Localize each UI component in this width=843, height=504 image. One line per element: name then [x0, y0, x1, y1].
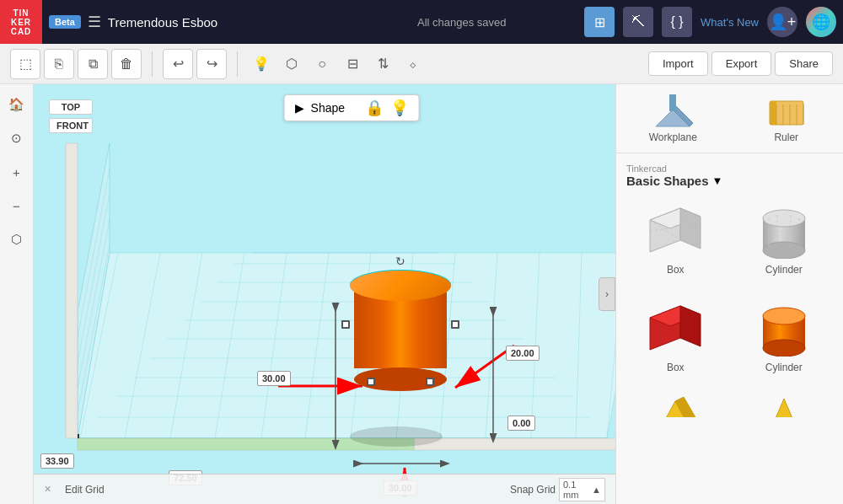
dim-label-side: 33.90 — [40, 453, 74, 469]
shape-panel-arrow[interactable]: ▶ — [295, 101, 304, 115]
svg-line-25 — [576, 253, 582, 438]
svg-line-28 — [78, 169, 110, 337]
align-button[interactable]: ⬦ — [400, 51, 427, 78]
zoom-out-button[interactable]: − — [3, 192, 30, 219]
share-button[interactable]: Share — [775, 51, 833, 76]
svg-rect-1 — [34, 84, 615, 504]
cyl-orange-preview — [750, 299, 818, 357]
copy-button[interactable]: ⎘ — [44, 49, 74, 79]
lock-icon[interactable]: 🔒 — [365, 99, 384, 117]
right-panel: Workplane Ruler — [615, 84, 843, 504]
circle-tool-button[interactable]: ○ — [309, 51, 336, 78]
dim-label-z: 0.00 — [507, 416, 535, 431]
delete-button[interactable]: 🗑 — [111, 49, 142, 79]
library-category: Tinkercad — [626, 164, 722, 174]
snap-grid-label: Snap Grid — [510, 484, 556, 496]
side-expand-arrow[interactable]: › — [599, 277, 615, 311]
duplicate-button[interactable]: ⧉ — [78, 49, 108, 79]
import-button[interactable]: Import — [648, 51, 708, 76]
handle-bottom-left[interactable] — [367, 378, 375, 386]
svg-line-19 — [305, 253, 329, 438]
view-tools: 💡 ⬡ ○ ⊟ ⇅ ⬦ — [248, 51, 427, 78]
shape-item-cone[interactable] — [735, 390, 834, 424]
logo-text: CAD — [11, 27, 32, 36]
main-area: 🏠 ⊙ + − ⬡ — [0, 84, 843, 504]
edit-grid-button[interactable]: Edit Grid — [65, 484, 105, 496]
code-view-button[interactable]: { } — [662, 7, 692, 37]
dim-label-width: 30.00 — [257, 371, 291, 386]
separator-2 — [237, 51, 238, 77]
shape-panel-label: Shape — [311, 101, 345, 115]
shape-item-box-gray[interactable]: Box — [626, 195, 725, 282]
svg-line-31 — [78, 244, 110, 413]
viewport[interactable]: TOP FRONT ▶ Shape 🔒 💡 ↻ — [34, 84, 615, 504]
toolbar: ⬚ ⎘ ⧉ 🗑 ↩ ↪ 💡 ⬡ ○ ⊟ ⇅ ⬦ Import Export Sh… — [0, 44, 843, 84]
shape-tool-button[interactable]: ⬡ — [278, 51, 305, 78]
svg-marker-70 — [680, 306, 701, 346]
svg-rect-35 — [78, 434, 79, 438]
svg-point-72 — [763, 308, 805, 324]
header: TIN KER CAD Beta ☰ Tremendous Esboo All … — [0, 0, 843, 44]
svg-marker-27 — [78, 143, 110, 438]
undo-button[interactable]: ↩ — [163, 49, 193, 79]
svg-rect-49 — [770, 101, 776, 125]
svg-rect-47 — [669, 94, 676, 111]
lightbulb-icon[interactable]: 💡 — [390, 99, 409, 117]
cone-preview — [750, 397, 818, 417]
shape-item-pyramid[interactable] — [626, 390, 725, 424]
right-tabs: Workplane Ruler — [616, 84, 843, 153]
svg-rect-33 — [78, 438, 615, 450]
view-cube-button[interactable]: ⬡ — [3, 226, 30, 253]
redo-button[interactable]: ↪ — [196, 49, 227, 79]
svg-line-30 — [78, 219, 110, 388]
grid-background — [34, 84, 615, 504]
svg-line-23 — [486, 253, 497, 438]
shape-item-cyl-orange[interactable]: Cylinder — [735, 292, 834, 380]
cyl-gray-preview — [750, 201, 818, 259]
handle-right[interactable] — [451, 320, 459, 329]
whats-new-button[interactable]: What's New — [701, 16, 759, 29]
avatar[interactable]: 🌐 — [806, 7, 836, 37]
3d-view-button[interactable]: ⛏ — [623, 7, 653, 37]
grid-tool-button[interactable]: ⊟ — [339, 51, 366, 78]
svg-line-15 — [125, 253, 160, 438]
tab-ruler[interactable]: Ruler — [730, 84, 844, 153]
shape-item-box-red[interactable]: Box — [626, 292, 725, 380]
shape-panel: ▶ Shape 🔒 💡 — [284, 94, 420, 121]
snap-value[interactable]: 0.1 mm ▲ — [559, 478, 605, 501]
handle-bottom-right[interactable] — [426, 378, 434, 386]
bottom-bar: ✕ Edit Grid Snap Grid 0.1 mm ▲ — [34, 474, 615, 504]
zoom-fit-button[interactable]: ⊙ — [3, 125, 30, 152]
tab-workplane[interactable]: Workplane — [616, 84, 730, 153]
shape-label-cyl: Cylinder — [765, 264, 803, 276]
cylinder-object[interactable]: ↻ — [346, 270, 455, 396]
svg-rect-32 — [66, 143, 78, 438]
shape-item-cyl-gray[interactable]: Cylinder — [735, 195, 834, 282]
zoom-in-button[interactable]: + — [3, 158, 30, 185]
svg-line-29 — [78, 194, 110, 362]
svg-rect-34 — [78, 438, 415, 450]
svg-point-63 — [763, 242, 805, 259]
project-name[interactable]: Tremendous Esboo — [108, 15, 340, 29]
logo: TIN KER CAD — [0, 0, 42, 44]
export-button[interactable]: Export — [711, 51, 772, 76]
user-add-button[interactable]: 👤+ — [767, 7, 797, 37]
svg-point-73 — [763, 340, 805, 357]
top-view-label: TOP — [49, 99, 93, 115]
pyramid-preview — [642, 397, 709, 417]
grid-view-button[interactable]: ⊞ — [584, 7, 615, 37]
home-button[interactable]: 🏠 — [3, 91, 30, 118]
new-button[interactable]: ⬚ — [10, 49, 40, 79]
svg-line-16 — [170, 253, 202, 438]
library-header: Tinkercad Basic Shapes ▼ — [626, 164, 833, 188]
handle-left[interactable] — [341, 320, 350, 329]
library-dropdown[interactable]: Basic Shapes ▼ — [626, 174, 722, 188]
light-bulb-button[interactable]: 💡 — [248, 51, 275, 78]
svg-line-17 — [215, 253, 244, 438]
mirror-button[interactable]: ⇅ — [369, 51, 396, 78]
left-sidebar: 🏠 ⊙ + − ⬡ — [0, 84, 34, 504]
document-icon[interactable]: ☰ — [88, 13, 101, 31]
shape-library: Tinkercad Basic Shapes ▼ — [616, 153, 843, 434]
rotation-handle[interactable]: ↻ — [395, 255, 405, 268]
svg-line-18 — [261, 253, 287, 438]
